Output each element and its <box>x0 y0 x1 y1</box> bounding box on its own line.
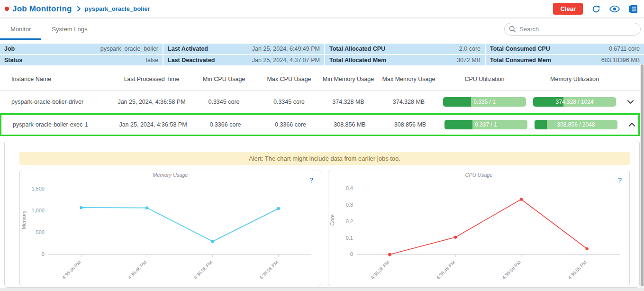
cpu-utilization-bar: 0.335 / 1 <box>443 97 526 107</box>
summary-row: Statusfalse Last DeactivatedJan 25, 2024… <box>0 55 644 65</box>
help-icon[interactable]: ? <box>618 176 622 184</box>
summary-label: Last Deactivated <box>168 57 215 64</box>
svg-text:Memory Usage: Memory Usage <box>153 172 188 178</box>
svg-text:0.1: 0.1 <box>346 235 353 241</box>
column-header-max-mem: Max Memory Usage <box>377 76 441 82</box>
summary-value: Jan 25, 2024, 4:37:07 PM <box>252 57 320 64</box>
bar-label: 308.856 / 2048 <box>535 120 617 129</box>
svg-text:4:36:48 PM: 4:36:48 PM <box>127 260 148 281</box>
summary-value: 2.0 core <box>459 45 481 52</box>
svg-text:4:36:58 PM: 4:36:58 PM <box>258 260 279 281</box>
status-dot-icon <box>5 7 9 11</box>
instance-table: Instance Name Last Processed Time Min CP… <box>0 68 640 136</box>
bar-label: 374.328 / 1024 <box>533 97 616 107</box>
memory-utilization-cell: 308.856 / 2048 <box>530 120 622 129</box>
page-title[interactable]: Job Monitoring <box>12 4 72 14</box>
top-header: Job Monitoring pyspark_oracle_bolier Cle… <box>0 0 644 18</box>
clear-button[interactable]: Clear <box>553 3 583 15</box>
bar-label: 0.335 / 1 <box>443 97 526 107</box>
tab-monitor[interactable]: Monitor <box>0 18 41 40</box>
refresh-icon[interactable] <box>591 4 601 14</box>
help-icon[interactable]: ? <box>309 176 313 184</box>
column-header-last-processed-time: Last Processed Time <box>114 76 190 82</box>
svg-text:1,000: 1,000 <box>31 208 44 213</box>
max-cpu-usage: 0.3366 core <box>260 121 321 128</box>
job-monitoring-page: Job Monitoring pyspark_oracle_bolier Cle… <box>0 0 644 288</box>
search-input[interactable] <box>504 23 641 36</box>
chevron-down-icon[interactable] <box>621 100 640 104</box>
cpu-utilization-bar: 0.337 / 1 <box>444 120 527 129</box>
summary-cell-job: Jobpyspark_oracle_bolier <box>0 44 163 54</box>
summary-value: 683.18396 MB <box>601 57 640 64</box>
min-memory-usage: 374.328 MB <box>320 99 377 105</box>
summary-label: Total Allocated Mem <box>329 57 386 64</box>
bar-label: 0.337 / 1 <box>444 120 527 129</box>
column-header-cpu-utilization: CPU Utilization <box>441 76 528 82</box>
eye-icon[interactable] <box>609 4 620 14</box>
search-box <box>504 23 641 36</box>
summary-cell-total-allocated-mem: Total Allocated Mem3072 MB <box>325 55 486 65</box>
cpu-usage-chart: 00.10.20.30.44:36:38 PM4:36:48 PM4:36:58… <box>328 170 630 286</box>
summary-value: false <box>146 57 158 64</box>
summary-label: Total Consumed CPU <box>490 45 550 52</box>
instance-name: pyspark-oracle-bolier-driver <box>0 99 114 105</box>
cpu-utilization-cell: 0.337 / 1 <box>442 120 530 129</box>
chevron-up-icon[interactable] <box>622 122 641 127</box>
summary-cell-total-consumed-mem: Total Consumed Mem683.18396 MB <box>486 55 644 65</box>
summary-label: Total Allocated CPU <box>329 45 385 52</box>
summary-cell-total-consumed-cpu: Total Consumed CPU0.6711 core <box>486 44 644 54</box>
cpu-usage-plot: 00.10.20.30.44:36:38 PM4:36:48 PM4:36:58… <box>328 170 629 286</box>
summary-label: Job <box>4 45 15 52</box>
memory-usage-chart: 05001,0001,5004:36:38 PM4:36:48 PM4:36:5… <box>19 170 321 286</box>
column-header-memory-utilization: Memory Utilization <box>528 76 621 82</box>
column-header-instance-name: Instance Name <box>0 76 114 82</box>
instance-name: pyspark-oracle-bolier-exec-1 <box>1 121 115 128</box>
summary-label: Last Activated <box>168 45 208 52</box>
svg-text:4:36:58 PM: 4:36:58 PM <box>567 260 588 281</box>
job-summary: Jobpyspark_oracle_bolier Last ActivatedJ… <box>0 44 644 65</box>
chart-cards: 05001,0001,5004:36:38 PM4:36:48 PM4:36:5… <box>19 170 630 286</box>
memory-utilization-bar: 374.328 / 1024 <box>533 97 616 107</box>
svg-text:4:36:58 PM: 4:36:58 PM <box>192 260 213 281</box>
table-row-driver[interactable]: pyspark-oracle-bolier-driver Jan 25, 202… <box>0 91 640 113</box>
min-memory-usage: 308.856 MB <box>321 121 378 128</box>
svg-text:0.3: 0.3 <box>346 202 353 208</box>
svg-text:4:36:38 PM: 4:36:38 PM <box>61 260 82 281</box>
column-header-min-cpu: Min CPU Usage <box>190 76 258 82</box>
column-header-min-mem: Min Memory Usage <box>320 76 377 82</box>
max-memory-usage: 374.328 MB <box>377 99 441 105</box>
summary-row: Jobpyspark_oracle_bolier Last ActivatedJ… <box>0 44 644 54</box>
max-cpu-usage: 0.3345 core <box>258 99 320 105</box>
svg-text:500: 500 <box>36 229 45 235</box>
cpu-utilization-cell: 0.335 / 1 <box>441 97 528 107</box>
tab-bar: Monitor System Logs <box>0 18 644 40</box>
memory-usage-plot: 05001,0001,5004:36:38 PM4:36:48 PM4:36:5… <box>20 170 321 286</box>
summary-label: Status <box>4 57 22 64</box>
svg-text:CPU Usage: CPU Usage <box>465 172 493 178</box>
breadcrumb-job-name: pyspark_oracle_bolier <box>85 5 150 12</box>
summary-cell-status: Statusfalse <box>0 55 163 65</box>
search-icon <box>509 26 516 35</box>
charts-panel: Alert: The chart might include data from… <box>4 140 640 288</box>
scrollbar-thumb[interactable] <box>641 64 644 286</box>
instance-table-header: Instance Name Last Processed Time Min CP… <box>0 68 640 91</box>
breadcrumb-chevron-icon <box>77 6 81 12</box>
last-processed-time: Jan 25, 2024, 4:36:58 PM <box>115 121 191 128</box>
table-row-exec-1[interactable]: pyspark-oracle-bolier-exec-1 Jan 25, 202… <box>0 113 640 136</box>
min-cpu-usage: 0.3366 core <box>191 121 260 128</box>
svg-text:0.4: 0.4 <box>346 185 353 191</box>
summary-value: 3072 MB <box>457 57 481 64</box>
tab-system-logs[interactable]: System Logs <box>41 18 98 40</box>
summary-cell-last-activated: Last ActivatedJan 25, 2024, 6:49:49 PM <box>163 44 325 54</box>
max-memory-usage: 308.856 MB <box>378 121 442 128</box>
svg-text:4:36:38 PM: 4:36:38 PM <box>370 260 390 281</box>
summary-value: Jan 25, 2024, 6:49:49 PM <box>252 45 320 52</box>
summary-value: pyspark_oracle_bolier <box>100 45 158 52</box>
logs-icon[interactable] <box>628 4 638 14</box>
header-actions: Clear <box>553 3 638 15</box>
min-cpu-usage: 0.3345 core <box>190 99 258 105</box>
summary-cell-total-allocated-cpu: Total Allocated CPU2.0 core <box>325 44 486 54</box>
svg-text:0: 0 <box>42 251 45 257</box>
svg-text:4:36:58 PM: 4:36:58 PM <box>501 260 522 281</box>
summary-label: Total Consumed Mem <box>490 57 551 64</box>
